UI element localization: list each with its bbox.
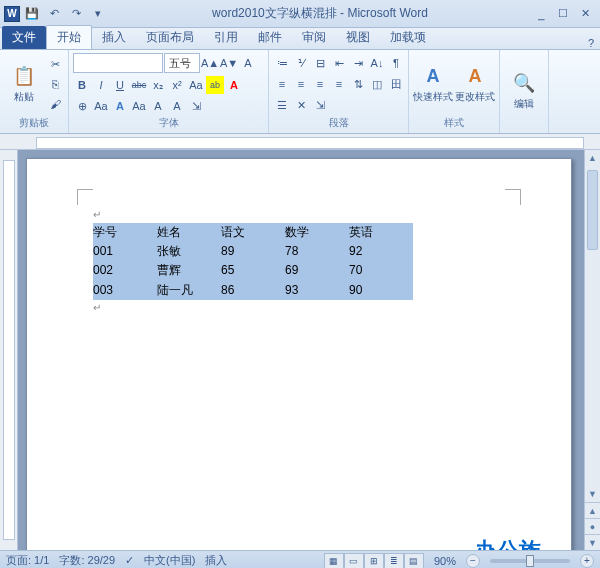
zoom-in-button[interactable]: + (580, 554, 594, 568)
align-center-icon[interactable]: ≡ (292, 75, 310, 93)
font-color-button[interactable]: A (225, 76, 243, 94)
tab-layout[interactable]: 页面布局 (136, 26, 204, 49)
borders-icon[interactable]: 田 (387, 75, 405, 93)
change-styles-button[interactable]: A 更改样式 (455, 53, 495, 115)
prev-page-icon[interactable]: ▲ (585, 502, 600, 518)
scroll-thumb[interactable] (587, 170, 598, 250)
status-page[interactable]: 页面: 1/1 (6, 553, 49, 568)
header-cell[interactable]: 数学 (285, 223, 349, 242)
shrink-font-icon[interactable]: A▼ (220, 54, 238, 72)
redo-icon[interactable]: ↷ (66, 4, 86, 24)
cell[interactable]: 003 (93, 281, 157, 300)
font-name-combo[interactable] (73, 53, 163, 73)
status-words[interactable]: 字数: 29/29 (59, 553, 115, 568)
superscript-button[interactable]: x² (168, 76, 186, 94)
underline-button[interactable]: U (111, 76, 129, 94)
enclose-icon[interactable]: A (149, 97, 167, 115)
header-cell[interactable]: 语文 (221, 223, 285, 242)
vertical-scrollbar[interactable]: ▲ ▼ ▲ ● ▼ (584, 150, 600, 550)
cell[interactable]: 86 (221, 281, 285, 300)
horizontal-ruler[interactable] (0, 134, 600, 150)
copy-icon[interactable]: ⎘ (46, 75, 64, 93)
tab-view[interactable]: 视图 (336, 26, 380, 49)
scroll-down-icon[interactable]: ▼ (585, 486, 600, 502)
status-proof-icon[interactable]: ✓ (125, 554, 134, 567)
tab-review[interactable]: 审阅 (292, 26, 336, 49)
subscript-button[interactable]: x₂ (149, 76, 167, 94)
cell[interactable]: 90 (349, 281, 413, 300)
cut-icon[interactable]: ✂ (46, 55, 64, 73)
print-layout-view[interactable]: ▦ (324, 553, 344, 569)
cell[interactable]: 78 (285, 242, 349, 261)
clear-format-icon[interactable]: Aa (92, 97, 110, 115)
draft-view[interactable]: ▤ (404, 553, 424, 569)
show-marks-icon[interactable]: ¶ (387, 54, 405, 72)
undo-icon[interactable]: ↶ (44, 4, 64, 24)
bullets-icon[interactable]: ≔ (273, 54, 291, 72)
scroll-up-icon[interactable]: ▲ (585, 150, 600, 166)
help-icon[interactable]: ? (582, 37, 600, 49)
tab-insert[interactable]: 插入 (92, 26, 136, 49)
header-cell[interactable]: 学号 (93, 223, 157, 242)
browse-object-icon[interactable]: ● (585, 518, 600, 534)
cell[interactable]: 曹辉 (157, 261, 221, 280)
cell[interactable]: 001 (93, 242, 157, 261)
editing-button[interactable]: 🔍 编辑 (504, 60, 544, 122)
tab-file[interactable]: 文件 (2, 26, 46, 49)
header-cell[interactable]: 英语 (349, 223, 413, 242)
tab-addins[interactable]: 加载项 (380, 26, 436, 49)
strike-button[interactable]: abc (130, 76, 148, 94)
sort-icon[interactable]: A↓ (368, 54, 386, 72)
selected-table[interactable]: 学号 姓名 语文 数学 英语 001 张敏 89 78 92 002 (93, 223, 413, 300)
cell[interactable]: 陆一凡 (157, 281, 221, 300)
zoom-slider[interactable] (490, 559, 570, 563)
bold-button[interactable]: B (73, 76, 91, 94)
status-mode[interactable]: 插入 (205, 553, 227, 568)
quick-styles-button[interactable]: A 快速样式 (413, 53, 453, 115)
fullscreen-view[interactable]: ▭ (344, 553, 364, 569)
numbering-icon[interactable]: ⅟ (292, 54, 310, 72)
web-view[interactable]: ⊞ (364, 553, 384, 569)
cell[interactable]: 70 (349, 261, 413, 280)
cell[interactable]: 93 (285, 281, 349, 300)
justify-icon[interactable]: ≡ (330, 75, 348, 93)
close-button[interactable]: ✕ (576, 7, 594, 21)
zoom-handle[interactable] (526, 555, 534, 567)
tab-mailings[interactable]: 邮件 (248, 26, 292, 49)
cell[interactable]: 69 (285, 261, 349, 280)
line-spacing-icon[interactable]: ⇅ (349, 75, 367, 93)
align-right-icon[interactable]: ≡ (311, 75, 329, 93)
vertical-ruler[interactable] (0, 150, 18, 550)
align-left-icon[interactable]: ≡ (273, 75, 291, 93)
zoom-out-button[interactable]: − (466, 554, 480, 568)
char-shading-icon[interactable]: Aa (130, 97, 148, 115)
zoom-level[interactable]: 90% (434, 555, 456, 567)
multilevel-icon[interactable]: ⊟ (311, 54, 329, 72)
distribute-icon[interactable]: ☰ (273, 96, 291, 114)
paste-button[interactable]: 📋 粘贴 (4, 53, 44, 115)
next-page-icon[interactable]: ▼ (585, 534, 600, 550)
dedent-icon[interactable]: ⇤ (330, 54, 348, 72)
case-button[interactable]: Aa (187, 76, 205, 94)
indent-icon[interactable]: ⇥ (349, 54, 367, 72)
qat-dropdown-icon[interactable]: ▾ (88, 4, 108, 24)
phonetic-icon[interactable]: ⊕ (73, 97, 91, 115)
grow-font-icon[interactable]: A▲ (201, 54, 219, 72)
word-app-icon[interactable]: W (4, 6, 20, 22)
para-dialog-icon[interactable]: ⇲ (311, 96, 329, 114)
minimize-button[interactable]: ⎯ (532, 7, 550, 21)
format-painter-icon[interactable]: 🖌 (46, 95, 64, 113)
status-language[interactable]: 中文(中国) (144, 553, 195, 568)
cell[interactable]: 92 (349, 242, 413, 261)
highlight-button[interactable]: ab (206, 76, 224, 94)
cell[interactable]: 张敏 (157, 242, 221, 261)
cell[interactable]: 89 (221, 242, 285, 261)
char-spacing-icon[interactable]: ✕ (292, 96, 310, 114)
char-scaling-icon[interactable]: A (168, 97, 186, 115)
font-size-combo[interactable]: 五号 (164, 53, 200, 73)
char-border-icon[interactable]: A (239, 54, 257, 72)
text-effects-icon[interactable]: A (111, 97, 129, 115)
page[interactable]: ↵ 学号 姓名 语文 数学 英语 001 张敏 89 78 92 (26, 158, 572, 550)
save-icon[interactable]: 💾 (22, 4, 42, 24)
header-cell[interactable]: 姓名 (157, 223, 221, 242)
